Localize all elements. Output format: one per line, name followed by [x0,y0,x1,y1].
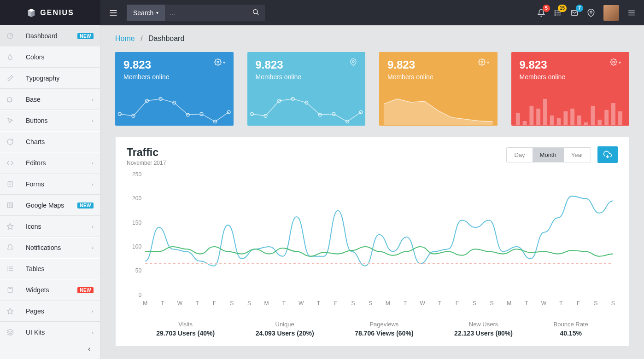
svg-text:S: S [230,300,234,307]
search-submit-button[interactable] [246,8,265,17]
sidebar-item-forms[interactable]: Forms‹ [0,174,100,195]
sidebar-item-label: Icons [20,223,92,230]
svg-rect-70 [611,103,615,125]
stat-card: 9.823Members online▾ [115,52,234,126]
search-scope-dropdown[interactable]: Search ▾ [127,5,165,21]
download-button[interactable] [597,146,618,163]
code-icon [0,153,20,173]
svg-line-4 [257,13,258,15]
search-wrapper: Search ▾ ... [127,5,265,21]
search-scope-label: Search [133,9,153,17]
traffic-stat-value: 24.093 Users (20%) [256,330,314,337]
stat-value: 9.823 [520,58,566,71]
bell-icon [0,237,20,258]
svg-text:T: T [525,300,528,307]
card-action-button[interactable]: ▾ [610,58,621,66]
svg-text:0: 0 [138,292,141,298]
sidebar-item-label: Forms [20,180,92,188]
sidebar-item-label: Colors [20,53,94,61]
pencil-icon [0,68,20,88]
svg-rect-66 [584,122,588,125]
svg-text:S: S [351,300,355,307]
traffic-stat: Visits29.703 Users (40%) [156,321,215,337]
sidebar-item-colors[interactable]: Colors [0,46,100,68]
drop-icon [0,47,20,67]
sidebar-item-label: Widgets [20,286,77,294]
sidebar-item-buttons[interactable]: Buttons‹ [0,110,100,131]
stat-value: 9.823 [123,58,170,71]
svg-point-9 [555,12,556,13]
svg-rect-61 [550,116,554,125]
svg-text:T: T [404,300,407,307]
traffic-chart: 050100150200250MTWTFSSMTWTFSSMTWTFSSMTWT… [127,170,618,317]
notifications-bell-button[interactable]: 5 [537,9,545,17]
sidebar-item-typography[interactable]: Typography [0,68,100,89]
svg-text:W: W [177,300,183,307]
sidebar-item-label: Editors [20,159,92,167]
user-avatar[interactable] [603,5,619,21]
location-button[interactable] [587,9,595,17]
sidebar-item-pages[interactable]: Pages‹ [0,301,100,322]
chevron-left-icon: ‹ [92,245,94,250]
tasks-button[interactable]: 15 [554,9,562,17]
period-option-year[interactable]: Year [564,148,591,162]
main-content: Home / Dashboard 9.823Members online▾9.8… [100,25,644,359]
cloud-download-icon [603,151,612,159]
card-action-button[interactable]: ▾ [478,58,489,66]
svg-text:S: S [611,300,615,307]
sparkline-chart [115,93,234,126]
sidebar-item-base[interactable]: Base‹ [0,89,100,110]
sidebar-item-icons[interactable]: Icons‹ [0,216,100,237]
sidebar-item-label: Dashboard [20,32,77,40]
period-option-month[interactable]: Month [533,148,564,162]
svg-marker-23 [7,223,13,229]
svg-text:W: W [541,300,547,307]
sidebar-item-tables[interactable]: Tables [0,258,100,279]
sidebar-item-google-maps[interactable]: Google MapsNEW [0,195,100,216]
card-action-button[interactable]: ▾ [214,58,225,66]
sidebar-item-label: Typography [20,75,94,82]
svg-text:W: W [299,300,304,307]
svg-text:F: F [577,300,580,307]
sidebar-toggle-button[interactable] [100,0,126,25]
sidebar-item-charts[interactable]: Charts [0,131,100,152]
messages-button[interactable]: 7 [570,9,579,17]
chevron-left-icon: ‹ [92,160,94,166]
svg-rect-63 [563,111,568,125]
card-action-button[interactable] [350,58,357,66]
menu-icon [109,8,118,17]
svg-text:F: F [334,300,337,307]
traffic-stat: Unique24.093 Users (20%) [256,321,314,337]
note-icon [0,174,20,194]
period-option-day[interactable]: Day [507,148,532,162]
svg-text:T: T [559,300,563,307]
sidebar-item-ui-kits[interactable]: UI Kits‹ [0,322,100,339]
svg-text:T: T [282,300,286,307]
chevron-left-icon: ‹ [92,97,94,102]
svg-rect-64 [570,109,574,125]
traffic-stat: New Users22.123 Users (80%) [454,321,513,337]
breadcrumb-home-link[interactable]: Home [115,35,135,42]
sidebar-item-label: Buttons [20,117,92,124]
svg-text:S: S [369,300,372,307]
bell-badge: 5 [543,5,550,12]
search-input[interactable]: ... [165,9,246,17]
traffic-stat-label: New Users [454,321,513,328]
calc-icon [0,280,20,300]
svg-text:S: S [490,300,494,307]
sidebar-item-editors[interactable]: Editors‹ [0,152,100,174]
sidebar-item-dashboard[interactable]: DashboardNEW [0,25,100,46]
right-panel-toggle-button[interactable] [627,9,636,17]
brand[interactable]: GENIUS [0,0,100,25]
sidebar-item-widgets[interactable]: WidgetsNEW [0,279,100,301]
tasks-badge: 15 [558,5,567,12]
sidebar-item-notifications[interactable]: Notifications‹ [0,237,100,258]
chevron-left-icon: ‹ [92,308,94,314]
traffic-stat-label: Unique [256,321,314,328]
sidebar-collapse-button[interactable] [0,339,100,359]
svg-point-12 [590,11,592,13]
traffic-stat-value: 40.15% [554,330,588,337]
svg-rect-57 [522,121,527,125]
gear-icon [478,58,486,66]
svg-text:M: M [386,300,390,307]
